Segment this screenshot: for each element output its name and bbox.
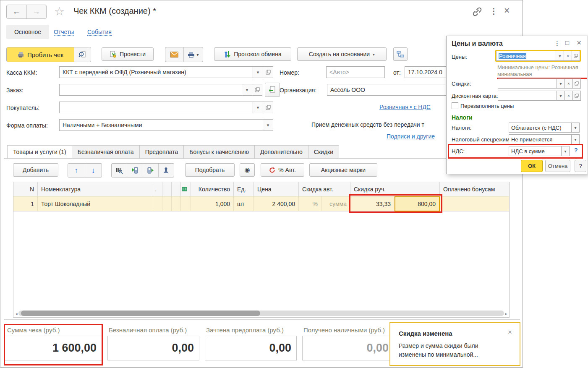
nav-tab-reports[interactable]: Отчеты	[54, 29, 74, 36]
excise-marks-button[interactable]: Акцизные марки	[309, 163, 377, 177]
terminal-unload-button[interactable]	[143, 164, 159, 177]
move-up-icon[interactable]: ↑	[68, 164, 85, 177]
buyer-field[interactable]: ▾	[59, 102, 273, 113]
cell-paid-bonus[interactable]	[440, 196, 509, 211]
move-down-icon[interactable]: ↓	[85, 164, 102, 177]
cell-n[interactable]: 1	[13, 196, 38, 211]
marking-check-button[interactable]	[159, 164, 174, 177]
cell-marking[interactable]	[181, 196, 191, 211]
order-field[interactable]: ▾	[59, 84, 262, 96]
dialog-close-icon[interactable]: ×	[577, 38, 581, 47]
cell-unit[interactable]: шт	[234, 196, 254, 211]
prices-dropdown-icon[interactable]: ▾	[556, 51, 564, 61]
signatures-link[interactable]: Подписи и другие	[387, 133, 447, 140]
order-input[interactable]	[59, 84, 242, 96]
cell-discount-manual-pct[interactable]: 33,33	[350, 196, 395, 211]
nav-tab-main[interactable]: Основное	[6, 25, 49, 39]
print-button[interactable]: ▾	[184, 47, 203, 62]
tab-discounts[interactable]: Скидки	[308, 145, 339, 159]
barcode-scan-button[interactable]	[112, 164, 127, 177]
prices-open-icon[interactable]	[572, 51, 580, 61]
discounts-dropdown-icon[interactable]: ▾	[557, 78, 565, 89]
window-close-icon[interactable]: ×	[504, 5, 510, 16]
punch-check-button[interactable]: Пробить чек	[7, 47, 74, 62]
vat-input[interactable]: НДС в сумме	[509, 146, 562, 156]
tab-prepayment[interactable]: Предоплата	[140, 145, 184, 159]
discount-card-field[interactable]: ▾ ×	[498, 91, 581, 101]
ok-button[interactable]: ОК	[521, 160, 543, 172]
tax-regime-input[interactable]: Не применяется	[509, 134, 572, 144]
vat-field[interactable]: НДС в сумме ▾	[509, 146, 570, 156]
discounts-field[interactable]: ▾ ×	[498, 78, 581, 89]
cell-quantity[interactable]: 1,000	[191, 196, 234, 211]
regime-dropdown-icon[interactable]: ▾	[572, 134, 580, 144]
cell-nomenclature[interactable]: Торт Шоколадный	[38, 196, 153, 211]
fill-from-order-button[interactable]	[265, 83, 280, 97]
buyer-input[interactable]	[59, 102, 253, 113]
auto-discount-button[interactable]: % Авт.	[261, 163, 304, 177]
back-icon[interactable]: ←	[7, 5, 27, 18]
order-open-icon[interactable]	[252, 84, 262, 96]
kkm-input[interactable]: ККТ с передачей в ОФД (Розничный магазин…	[59, 66, 253, 78]
create-based-on-button[interactable]: Создать на основании ▾	[297, 47, 387, 61]
notification-close-icon[interactable]: ×	[508, 328, 512, 337]
view-button[interactable]: ◉	[240, 163, 255, 177]
scroll-left-icon[interactable]: ◂	[14, 311, 18, 316]
number-input[interactable]: <Авто>	[326, 66, 385, 78]
post-button[interactable]: Провести	[102, 47, 154, 61]
payment-form-input[interactable]: Наличными + Безналичными	[59, 119, 263, 131]
kkm-dropdown-icon[interactable]: ▾	[253, 66, 263, 78]
tab-goods-services[interactable]: Товары и услуги (1)	[7, 145, 72, 159]
table-row[interactable]: 1 Торт Шоколадный 1,000 шт 2 400,00 % су…	[13, 196, 509, 211]
buyer-open-icon[interactable]	[263, 102, 273, 113]
scrollbar-thumb[interactable]	[21, 311, 260, 316]
forward-icon[interactable]: →	[27, 5, 47, 18]
exchange-protocol-button[interactable]: Протокол обмена	[214, 47, 291, 61]
card-dropdown-icon[interactable]: ▾	[557, 91, 565, 101]
email-button[interactable]	[165, 47, 184, 62]
card-clear-icon[interactable]: ×	[565, 91, 573, 101]
favorite-star-icon[interactable]: ☆	[54, 5, 65, 18]
related-documents-button[interactable]	[393, 47, 408, 61]
cell-flag3[interactable]	[172, 196, 181, 211]
price-type-link[interactable]: Розничная • с НДС	[379, 104, 431, 110]
kkm-open-icon[interactable]	[263, 66, 273, 78]
discount-card-input[interactable]	[498, 91, 557, 101]
horizontal-scrollbar[interactable]	[18, 311, 504, 316]
cell-discount-auto-sum[interactable]: сумма	[321, 196, 350, 211]
discounts-open-icon[interactable]	[573, 78, 581, 89]
order-dropdown-icon[interactable]: ▾	[242, 84, 252, 96]
taxes-input[interactable]: Облагается (с НДС)	[509, 123, 572, 133]
scroll-right-icon[interactable]: ▸	[504, 311, 508, 316]
terminal-load-button[interactable]	[127, 164, 143, 177]
link-icon[interactable]	[472, 7, 482, 16]
dialog-help-button[interactable]: ?	[575, 160, 586, 172]
vat-help-icon[interactable]: ?	[574, 147, 578, 154]
taxes-dropdown-icon[interactable]: ▾	[572, 123, 580, 133]
dialog-maximize-icon[interactable]: □	[565, 39, 569, 46]
taxes-field[interactable]: Облагается (с НДС) ▾	[509, 123, 580, 133]
payment-form-field[interactable]: Наличными + Безналичными ▾	[59, 119, 273, 131]
cell-discount-manual-sum[interactable]: 800,00	[395, 196, 440, 211]
add-row-button[interactable]: Добавить	[13, 163, 58, 177]
pick-items-button[interactable]: Подобрать	[185, 163, 235, 177]
buyer-dropdown-icon[interactable]: ▾	[253, 102, 263, 113]
tab-cashless[interactable]: Безналичная оплата	[72, 145, 140, 159]
prices-clear-icon[interactable]: ×	[564, 51, 572, 61]
refill-prices-checkbox[interactable]	[452, 102, 458, 109]
nav-tab-events[interactable]: События	[87, 29, 112, 36]
vat-dropdown-icon[interactable]: ▾	[562, 146, 570, 156]
cell-discount-auto-pct[interactable]: %	[299, 196, 321, 211]
punch-preview-button[interactable]	[74, 47, 90, 62]
dialog-more-icon[interactable]: ⋮	[554, 39, 560, 47]
cancel-button[interactable]: Отмена	[545, 160, 570, 172]
prices-input[interactable]: Розничная	[496, 51, 556, 61]
more-menu-icon[interactable]: ⋮	[490, 6, 498, 16]
cell-flag1[interactable]	[153, 196, 162, 211]
card-open-icon[interactable]	[573, 91, 581, 101]
cell-flag2[interactable]	[162, 196, 172, 211]
kkm-field[interactable]: ККТ с передачей в ОФД (Розничный магазин…	[59, 66, 273, 78]
discounts-input[interactable]	[498, 78, 557, 89]
discounts-clear-icon[interactable]: ×	[565, 78, 573, 89]
cell-price[interactable]: 2 400,00	[254, 196, 299, 211]
